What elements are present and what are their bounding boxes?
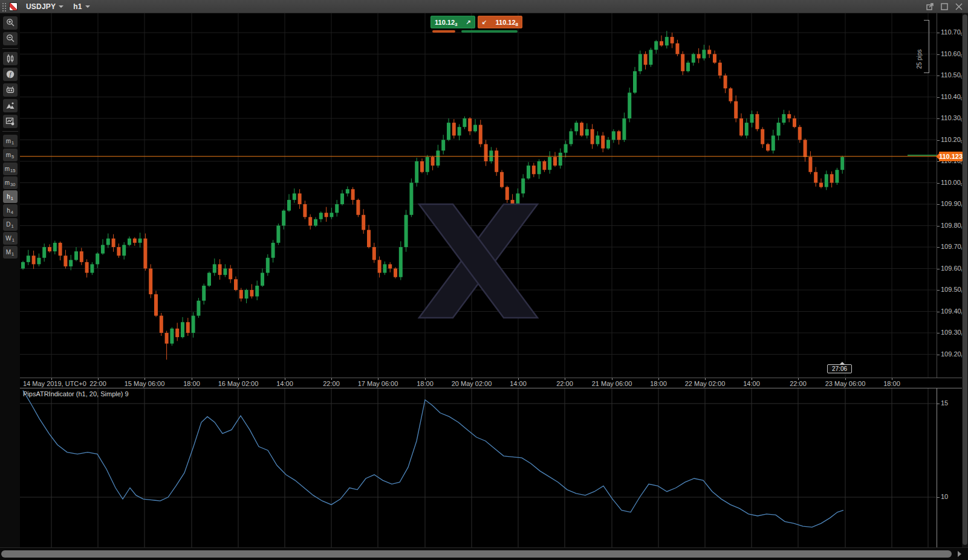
candle [628,92,631,118]
price-axis-tick [937,312,940,312]
candle [378,260,382,272]
symbol-select[interactable]: USDJPY [21,0,68,13]
timeframe-button-m15[interactable]: m15 [3,163,18,175]
horizontal-scrollbar[interactable] [0,547,968,560]
timeframe-button-m1[interactable]: m1 [3,135,18,147]
arrow-down-left-icon: ↙ [482,19,487,25]
candle [431,157,435,166]
bar-countdown-tooltip: 27:06 [827,364,852,373]
time-axis[interactable]: 14 May 2019, UTC+022:0015 May 06:0018:00… [20,378,962,388]
time-axis-label: 18:00 [650,380,667,387]
candle [553,157,557,166]
candle [458,127,461,135]
candle [325,213,328,217]
candle [814,172,817,183]
pips-ruler-line [929,20,929,73]
candle [149,269,152,295]
horizontal-scrollbar-thumb[interactable] [1,550,952,558]
scroll-right-arrow-icon[interactable] [958,551,961,557]
drawings-icon[interactable] [3,99,18,112]
candle [825,174,828,187]
candle [276,226,280,243]
candle [197,301,200,316]
candlestick-chart-pane[interactable]: 110.123 ↗ ↙ 110.128 25 pips 27:06 [20,13,937,378]
time-axis-label: 22:00 [323,380,340,387]
timeframe-button-h1[interactable]: h1 [3,190,18,203]
price-axis-label: 109.200 [941,350,964,358]
close-button[interactable] [955,2,963,11]
candle [255,286,259,297]
candle [835,170,839,182]
timeframe-button-M1[interactable]: M1 [3,246,18,259]
sell-button[interactable]: 110.123 ↗ [430,16,475,28]
zoom-out-icon[interactable] [3,32,18,45]
chart-settings-icon[interactable] [3,115,18,128]
candle [53,243,57,251]
candle [591,129,594,144]
candle [330,213,333,217]
arrow-up-right-icon: ↗ [466,19,471,25]
candle [527,166,530,178]
candle [346,189,349,193]
candle [170,329,174,344]
candle [660,41,663,45]
candle [569,131,573,144]
timeframe-button-D1[interactable]: D1 [3,218,18,231]
vertical-scrollbar-thumb[interactable] [963,14,967,545]
candle [362,215,365,230]
indicator-title[interactable]: PipsATRIndicator (h1, 20, Simple) 9 [23,390,129,397]
candle [542,161,546,170]
sell-sentiment-bar [432,30,455,33]
timeframe-button-m30[interactable]: m30 [3,176,18,189]
candle [468,118,472,131]
time-axis-label: 18:00 [417,380,434,387]
candle [473,125,477,132]
popout-button[interactable] [926,2,934,11]
price-axis-tick [937,290,940,291]
timeframe-button-W1[interactable]: W1 [3,232,18,245]
time-axis-label: 14:00 [276,380,293,387]
candle [314,219,317,226]
current-price-tag: 110.123 [939,152,963,161]
candle [218,264,222,275]
vertical-scrollbar[interactable] [962,13,968,547]
buy-button[interactable]: ↙ 110.128 [478,16,522,28]
chart-type-icon[interactable] [3,52,18,65]
candle [245,290,248,298]
indicators-icon[interactable]: f [3,68,18,81]
time-axis-label: 14:00 [510,380,527,387]
price-axis-tick [937,333,940,333]
indicator-axis[interactable]: 1510 [937,388,962,547]
price-axis-tick [937,269,940,269]
timeframe-select[interactable]: h1 [68,0,94,13]
time-axis-label: 21 May 06:00 [592,380,632,387]
candle [37,258,41,265]
timeframe-button-m5[interactable]: m5 [3,149,18,161]
candle [798,127,802,140]
price-axis-label: 109.400 [941,307,964,315]
candle [681,54,684,71]
maximize-button[interactable] [940,2,949,11]
time-axis-label: 14:00 [743,380,760,387]
candle [101,245,105,253]
indicator-pane[interactable]: PipsATRIndicator (h1, 20, Simple) 9 [20,388,937,547]
zoom-in-icon[interactable] [3,16,18,30]
candle [808,157,812,172]
window-controls [926,2,963,11]
candle [793,118,796,127]
price-axis-label: 110.300 [941,114,963,121]
candle [63,256,67,266]
timeframe-button-h4[interactable]: h4 [3,204,18,217]
candle [367,230,371,247]
candle [133,239,137,243]
drag-handle-icon[interactable] [1,2,7,11]
candle [175,329,179,337]
price-axis[interactable]: 110.123 110.700110.600110.500110.400110.… [937,13,962,378]
candle [436,150,440,166]
candle [96,254,99,265]
bots-icon[interactable] [3,83,18,97]
candle [426,157,429,172]
candle [761,129,764,144]
candle [766,144,770,151]
price-axis-label: 110.700 [941,28,963,36]
